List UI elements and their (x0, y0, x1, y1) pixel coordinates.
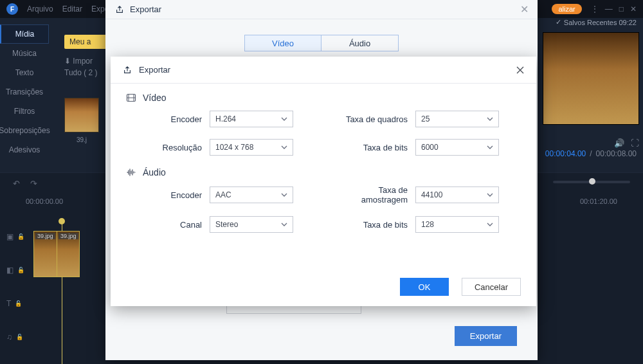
outer-tab-video[interactable]: Vídeo (244, 35, 322, 51)
tab-transitions[interactable]: Transições (0, 82, 49, 102)
fullscreen-icon[interactable]: ⛶ (631, 138, 639, 148)
chevron-down-icon (281, 193, 287, 197)
project-banner: Meu a (64, 35, 105, 49)
timeline-clip[interactable]: 39.jpg 39.jpg (33, 231, 80, 277)
maximize-icon[interactable]: □ (619, 5, 624, 14)
tab-music[interactable]: Música (0, 44, 49, 63)
text-track-icon[interactable]: T (6, 299, 11, 308)
select-video-encoder[interactable]: H.264 (210, 111, 293, 127)
video-track-icon[interactable]: ▣ (6, 232, 14, 241)
close-window-icon[interactable]: ✕ (630, 5, 637, 14)
chevron-down-icon (487, 117, 493, 121)
total-time: 00:00:08.00 (596, 149, 637, 158)
chevron-down-icon (281, 223, 287, 226)
app-logo-icon: F (6, 3, 18, 15)
select-audio-bitrate[interactable]: 128 (415, 216, 499, 233)
label-samplerate: Taxa de amostragem (332, 185, 415, 205)
label-video-bitrate: Taxa de bits (332, 143, 415, 152)
lock-icon[interactable]: 🔓 (17, 233, 24, 240)
undo-icon[interactable]: ↶ (13, 179, 20, 188)
select-audio-encoder[interactable]: AAC (210, 187, 293, 203)
tab-stickers[interactable]: Adesivos (0, 140, 49, 159)
select-resolution[interactable]: 1024 x 768 (210, 139, 293, 156)
chevron-down-icon (281, 117, 287, 121)
redo-icon[interactable]: ↷ (30, 179, 37, 188)
lock-icon[interactable]: 🔓 (17, 267, 24, 273)
timecode: 00:00:04.00 / 00:00:08.00 (545, 149, 637, 158)
current-time: 00:00:04.00 (545, 149, 586, 158)
volume-icon[interactable]: 🔊 (614, 138, 624, 148)
label-channel: Canal (126, 220, 210, 230)
tab-media[interactable]: Mídia (0, 24, 49, 44)
export-icon (122, 66, 132, 75)
minimize-icon[interactable]: — (605, 5, 613, 14)
chevron-down-icon (281, 145, 287, 149)
select-video-bitrate[interactable]: 6000 (415, 139, 499, 156)
label-framerate: Taxa de quadros (332, 114, 415, 124)
select-framerate[interactable]: 25 (415, 111, 499, 127)
close-dialog-button[interactable] (516, 66, 525, 75)
upgrade-button[interactable]: alizar (552, 4, 581, 14)
lock-icon[interactable]: 🔓 (16, 334, 23, 340)
tab-text[interactable]: Texto (0, 63, 49, 82)
select-channel[interactable]: Stereo (210, 216, 293, 233)
preview-pane (543, 32, 639, 125)
export-settings-dialog: Exportar Vídeo Encoder H.264 Taxa de qua… (111, 57, 536, 306)
side-tabs: Mídia Música Texto Transições Filtros So… (0, 24, 49, 159)
label-audio-bitrate: Taxa de bits (332, 220, 415, 230)
dialog-title: Exportar (139, 65, 170, 75)
select-samplerate[interactable]: 44100 (415, 187, 499, 203)
label-audio-encoder: Encoder (126, 190, 210, 200)
export-outer-title: Exportar (130, 5, 161, 14)
window-controls: ⋮ — □ ✕ (591, 5, 637, 14)
zoom-slider[interactable] (553, 181, 630, 183)
menu-edit[interactable]: Editar (62, 5, 82, 14)
track-icons: ▣🔓 ◧🔓 T🔓 ♫🔓 ○🔓 (0, 205, 28, 364)
more-icon[interactable]: ⋮ (591, 5, 599, 14)
media-thumbnail[interactable] (64, 98, 99, 132)
pip-track-icon[interactable]: ◧ (6, 266, 14, 275)
outer-tab-audio[interactable]: Áudio (322, 35, 399, 51)
ok-button[interactable]: OK (400, 278, 449, 296)
menu-file[interactable]: Arquivo (27, 5, 53, 14)
chevron-down-icon (487, 223, 493, 226)
import-button[interactable]: ⬇ Impor (64, 57, 99, 66)
export-icon (114, 5, 125, 14)
tab-overlays[interactable]: Sobreposições (0, 121, 49, 140)
export-submit-button[interactable]: Exportar (455, 326, 517, 346)
media-thumb-label: 39.j (64, 136, 99, 143)
autosave-status: ✓ Salvos Recentes 09:22 (556, 18, 637, 26)
chevron-down-icon (487, 145, 493, 149)
media-panel: ⬇ Impor Tudo ( 2 ) 39.j (64, 57, 99, 143)
video-section-header: Vídeo (126, 93, 521, 103)
tab-filters[interactable]: Filtros (0, 102, 49, 121)
cancel-button[interactable]: Cancelar (462, 278, 521, 296)
close-outer-button[interactable]: ✕ (520, 3, 529, 15)
audio-icon (126, 167, 136, 177)
media-count: Tudo ( 2 ) (64, 68, 99, 77)
check-icon: ✓ (556, 18, 561, 26)
audio-track-icon[interactable]: ♫ (6, 332, 12, 341)
label-resolution: Resolução (126, 143, 210, 152)
audio-section-header: Áudio (126, 167, 521, 177)
video-icon (126, 93, 136, 103)
chevron-down-icon (487, 193, 493, 197)
label-video-encoder: Encoder (126, 114, 210, 124)
lock-icon[interactable]: 🔓 (15, 300, 22, 307)
